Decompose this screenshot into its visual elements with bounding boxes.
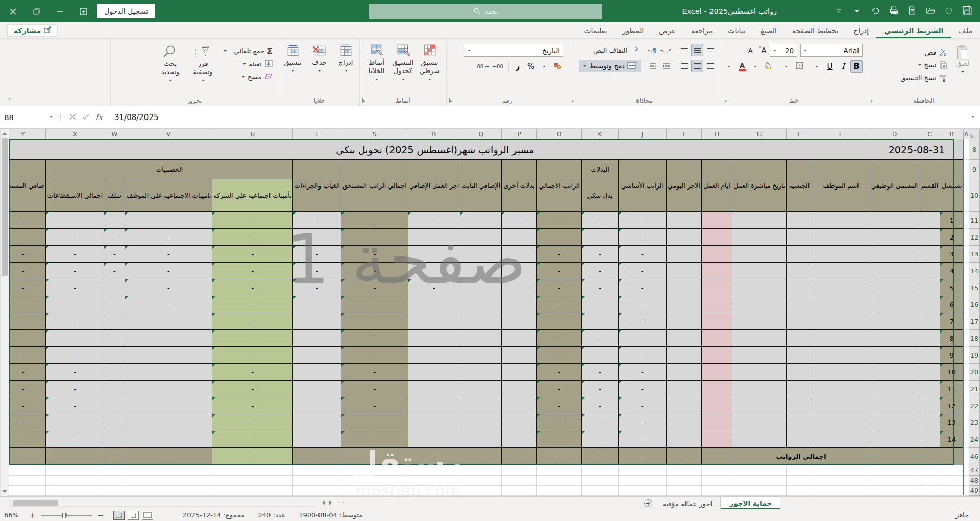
table-row[interactable]: 155----------	[1, 279, 980, 296]
column-header-D[interactable]: D	[870, 129, 919, 139]
cell[interactable]: -	[104, 448, 125, 465]
cell[interactable]: -	[293, 279, 341, 296]
cell[interactable]: -	[341, 313, 408, 330]
cell[interactable]	[940, 486, 964, 496]
dialog-launcher-icon[interactable]	[449, 98, 454, 103]
row-header[interactable]: 20	[969, 364, 980, 381]
cell[interactable]	[732, 476, 787, 486]
zoom-out-button[interactable]: −	[97, 511, 104, 520]
cell[interactable]: -	[293, 296, 341, 313]
cell[interactable]	[582, 465, 619, 476]
cell[interactable]	[787, 296, 812, 313]
sheet-tab-temp-wages[interactable]: اجور عمالة مؤقتة	[654, 497, 721, 509]
cell[interactable]	[460, 229, 502, 246]
cell[interactable]: -	[125, 448, 212, 465]
cell[interactable]: -	[582, 397, 619, 414]
cell[interactable]: 5	[940, 279, 964, 296]
cell[interactable]: -	[46, 296, 104, 313]
decrease-indent-button[interactable]	[647, 60, 659, 72]
cell[interactable]	[701, 414, 732, 431]
column-header-P[interactable]: P	[502, 129, 537, 139]
cell[interactable]: -	[46, 279, 104, 296]
cell[interactable]	[502, 364, 537, 381]
cell[interactable]: -	[341, 364, 408, 381]
ribbon-tab-4[interactable]: الصيغ	[753, 23, 785, 38]
close-button[interactable]	[1, 0, 24, 22]
cell[interactable]	[460, 263, 502, 279]
cell[interactable]	[408, 330, 460, 347]
cell[interactable]	[701, 465, 732, 476]
cell[interactable]	[408, 263, 460, 279]
cell[interactable]	[104, 397, 125, 414]
autosum-button[interactable]: Σ جمع تلقائي	[222, 45, 275, 57]
cell[interactable]	[732, 397, 787, 414]
cell[interactable]	[701, 263, 732, 279]
cell[interactable]: -	[537, 448, 582, 465]
cell[interactable]: -	[618, 414, 666, 431]
cell[interactable]: -	[46, 330, 104, 347]
cell[interactable]	[582, 486, 619, 496]
cell[interactable]	[870, 212, 919, 229]
cell[interactable]	[293, 431, 341, 448]
cell[interactable]	[919, 397, 940, 414]
cell[interactable]	[502, 229, 537, 246]
cell[interactable]	[964, 448, 969, 465]
cell[interactable]	[870, 246, 919, 263]
name-box[interactable]: B8	[0, 106, 57, 128]
cell[interactable]	[666, 476, 701, 486]
cell[interactable]: -	[618, 330, 666, 347]
cell[interactable]: -	[104, 212, 125, 229]
cell[interactable]	[701, 476, 732, 486]
toolbar-chevron-button[interactable]	[851, 6, 863, 17]
cell[interactable]: -	[341, 431, 408, 448]
cell[interactable]: -	[212, 229, 293, 246]
cell[interactable]	[293, 330, 341, 347]
table-row[interactable]: 199-------	[1, 347, 980, 364]
cell[interactable]	[537, 476, 582, 486]
cell[interactable]	[964, 279, 969, 296]
cell[interactable]	[125, 431, 212, 448]
cell[interactable]: -	[618, 263, 666, 279]
cell[interactable]	[502, 397, 537, 414]
cell[interactable]	[919, 476, 940, 486]
row-header[interactable]: 46	[969, 448, 980, 465]
decrease-font-button[interactable]: A˅	[743, 44, 755, 57]
cell[interactable]: -	[618, 347, 666, 364]
orientation-button[interactable]: ab	[659, 44, 672, 56]
cell[interactable]	[787, 313, 812, 330]
minimize-button[interactable]	[48, 0, 71, 22]
clear-button[interactable]: مسح	[222, 72, 275, 82]
cell[interactable]	[940, 448, 964, 465]
cell[interactable]	[919, 263, 940, 279]
cell[interactable]	[408, 381, 460, 397]
cell[interactable]	[104, 279, 125, 296]
text-direction-button[interactable]: ¶‹	[646, 44, 658, 56]
totals-label-cell[interactable]: اجمالي الرواتب	[732, 448, 870, 465]
align-center-button[interactable]	[691, 60, 703, 72]
column-title-G[interactable]: تاريخ مباشرة العمل	[732, 160, 787, 212]
cell[interactable]	[125, 414, 212, 431]
cell[interactable]	[870, 229, 919, 246]
align-left-button[interactable]	[678, 60, 690, 72]
column-title-F[interactable]: الجنسية	[787, 160, 812, 212]
zoom-in-button[interactable]: +	[29, 511, 36, 520]
cell[interactable]: 12	[940, 397, 964, 414]
cell[interactable]	[460, 313, 502, 330]
row-header[interactable]: 15	[969, 279, 980, 296]
horizontal-scroll-thumb[interactable]	[13, 500, 58, 506]
cell[interactable]	[104, 381, 125, 397]
cell[interactable]	[732, 246, 787, 263]
cell[interactable]: -	[537, 246, 582, 263]
increase-decimal-button[interactable]: .00←	[492, 60, 506, 73]
name-box-resizer[interactable]: ⋮	[57, 106, 64, 128]
row-header[interactable]: 24	[969, 431, 980, 448]
column-header-F[interactable]: F	[787, 129, 812, 139]
font-color-options-button[interactable]	[723, 60, 735, 73]
cell[interactable]: 9	[940, 347, 964, 364]
format-as-table-button[interactable]: التنسيق كجدول	[390, 42, 416, 84]
ribbon-tab-2[interactable]: إدراج	[846, 23, 876, 38]
table-row[interactable]: 144----------	[1, 263, 980, 279]
cell[interactable]	[870, 263, 919, 279]
cell[interactable]	[125, 313, 212, 330]
cell[interactable]: -	[212, 347, 293, 364]
